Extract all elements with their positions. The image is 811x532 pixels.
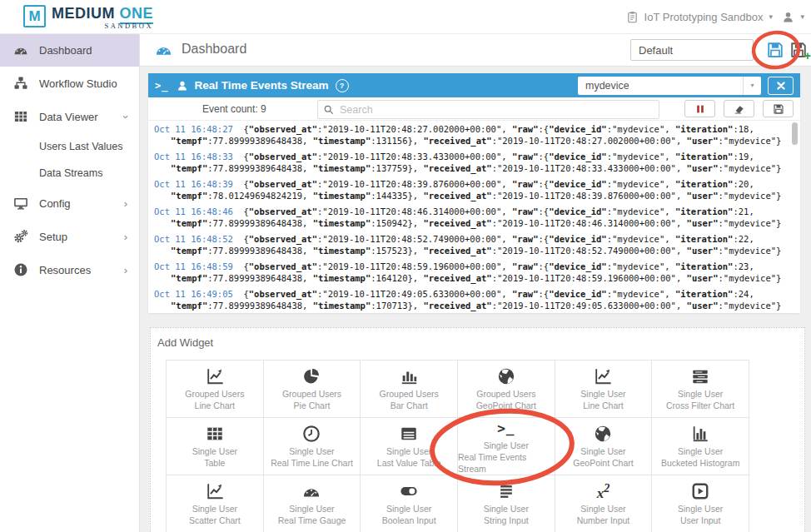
widget-label-line2: Cross Filter Chart	[666, 400, 734, 411]
device-select-value: mydevice	[578, 77, 743, 95]
chevron-down-icon: ▾	[743, 77, 761, 95]
widget-label-line1: Single User	[580, 445, 625, 457]
chevron-down-icon: ›	[120, 115, 131, 118]
widget-label-line2: String Input	[484, 515, 529, 526]
main-content: >_ Real Time Events Stream ? mydevice ▾ …	[140, 67, 811, 532]
search-box	[317, 100, 659, 119]
widget-grouped-users-geopoint-chart[interactable]: Grouped UsersGeoPoint Chart	[458, 360, 555, 418]
log-entry: Oct 11 16:48:27 {"observed_at":"2019-10-…	[154, 123, 787, 147]
user-menu[interactable]: ▾	[782, 0, 804, 33]
dashboard-name-input[interactable]	[630, 39, 754, 61]
widget-grid: Grouped UsersLine ChartGrouped UsersPie …	[166, 360, 749, 532]
sidebar-item-dashboard[interactable]: Dashboard	[0, 33, 139, 67]
device-select[interactable]: mydevice ▾	[578, 77, 761, 95]
help-icon[interactable]: ?	[336, 79, 349, 92]
log-entry: Oct 11 16:48:33 {"observed_at":"2019-10-…	[154, 151, 787, 174]
setup-icon	[13, 229, 28, 244]
eraser-icon	[734, 103, 745, 115]
terminal-icon: >_	[155, 80, 168, 92]
user-icon	[782, 11, 794, 23]
widget-single-user-table[interactable]: Single UserTable	[167, 418, 264, 475]
scrollbar-thumb[interactable]	[792, 122, 798, 145]
clipboard-icon	[626, 11, 639, 23]
widget-label-line1: Single User	[386, 503, 431, 515]
widget-single-user-number-input[interactable]: x2Single UserNumber Input	[555, 475, 653, 532]
chevron-down-icon: ▾	[800, 12, 804, 21]
logo-m-icon: M	[23, 5, 46, 27]
line-chart-icon	[594, 366, 612, 386]
widget-grouped-users-bar-chart[interactable]: Grouped UsersBar Chart	[361, 360, 458, 418]
widget-label-line1: Single User	[289, 445, 334, 457]
widget-single-user-last-value-table[interactable]: Single UserLast Value Table	[361, 418, 458, 475]
clear-button[interactable]	[724, 100, 754, 117]
widget-label-line1: Single User	[580, 388, 625, 400]
widget-single-user-line-chart[interactable]: Single UserLine Chart	[555, 360, 653, 418]
widget-single-user-string-input[interactable]: Single UserString Input	[458, 475, 555, 532]
widget-label-line2: Boolean Input	[382, 515, 436, 526]
close-widget-button[interactable]	[768, 77, 794, 95]
sidebar-item-workflow-studio[interactable]: Workflow Studio	[0, 67, 139, 100]
add-widget-title: Add Widget	[157, 336, 804, 349]
resources-icon	[13, 262, 28, 277]
dashboard-icon	[155, 41, 172, 58]
pie-chart-icon	[302, 366, 321, 386]
string-input-icon	[497, 481, 515, 501]
workspace-name: IoT Prototyping Sandbox	[644, 11, 764, 23]
sidebar-item-config[interactable]: Config›	[0, 186, 139, 220]
bar-chart-icon	[400, 366, 418, 386]
user-input-icon	[691, 481, 709, 501]
sidebar-item-resources[interactable]: Resources›	[0, 253, 139, 286]
workspace-selector[interactable]: IoT Prototyping Sandbox ▾	[626, 0, 773, 33]
widget-grouped-users-pie-chart[interactable]: Grouped UsersPie Chart	[264, 360, 361, 418]
widget-label-line1: Single User	[580, 503, 625, 515]
save-as-new-button[interactable]: +	[789, 41, 808, 59]
search-input[interactable]	[338, 103, 659, 117]
pause-button[interactable]	[684, 100, 715, 117]
widget-label-line1: Single User	[386, 445, 431, 457]
config-icon	[13, 196, 28, 211]
terminal-icon: >_	[497, 418, 515, 438]
widget-single-user-real-time-events-stream[interactable]: >_Single UserReal Time Events Stream	[458, 418, 555, 475]
widget-single-user-real-time-gauge[interactable]: Single UserReal Time Gauge	[264, 475, 361, 532]
sidebar-subitem-data-streams[interactable]: Data Streams	[0, 160, 139, 186]
widget-single-user-scatter-chart[interactable]: Single UserScatter Chart	[167, 475, 264, 532]
widget-single-user-user-input[interactable]: Single UserUser Input	[652, 475, 749, 532]
sidebar-item-label: Data Viewer	[39, 111, 124, 123]
close-icon	[777, 82, 785, 90]
widget-label-line2: Table	[204, 457, 225, 469]
chevron-right-icon: ›	[124, 231, 127, 242]
event-count-label: Event count:	[202, 103, 258, 115]
stream-panel-title: Real Time Events Stream	[194, 79, 328, 92]
export-button[interactable]	[763, 100, 794, 117]
brand-subtitle: SANDBOX	[104, 22, 153, 30]
widget-single-user-real-time-line-chart[interactable]: Single UserReal Time Line Chart	[264, 418, 361, 475]
widget-label-line2: Scatter Chart	[189, 515, 241, 526]
widget-grouped-users-line-chart[interactable]: Grouped UsersLine Chart	[167, 360, 264, 418]
plus-icon: +	[804, 49, 811, 62]
stream-toolbar: Event count: 9	[148, 97, 800, 121]
page-title: Dashboard	[182, 42, 246, 57]
clock-icon	[302, 424, 321, 444]
pause-icon	[694, 103, 706, 115]
widget-label-line2: Line Chart	[583, 400, 623, 411]
add-widget-panel: Add Widget Grouped UsersLine ChartGroupe…	[150, 327, 805, 532]
gauge-icon	[302, 481, 321, 501]
save-dashboard-button[interactable]	[766, 41, 784, 59]
sidebar-subitem-users-last-values[interactable]: Users Last Values	[0, 133, 139, 160]
medium-one-logo[interactable]: M MEDIUM ONE SANDBOX	[23, 5, 153, 32]
histogram-icon	[691, 424, 709, 444]
chevron-right-icon: ›	[124, 265, 127, 276]
widget-single-user-geopoint-chart[interactable]: Single UserGeoPoint Chart	[555, 418, 653, 475]
event-log[interactable]: Oct 11 16:48:27 {"observed_at":"2019-10-…	[148, 121, 800, 313]
log-entry: Oct 11 16:48:46 {"observed_at":"2019-10-…	[154, 206, 787, 229]
sidebar-item-data-viewer[interactable]: Data Viewer›	[0, 100, 139, 133]
last-value-table-icon	[400, 424, 418, 444]
widget-single-user-boolean-input[interactable]: Single UserBoolean Input	[361, 475, 458, 532]
sidebar-item-label: Dashboard	[39, 44, 127, 57]
widget-single-user-cross-filter-chart[interactable]: Single UserCross Filter Chart	[652, 360, 749, 418]
widget-label-line2: Real Time Line Chart	[271, 457, 353, 469]
widget-label-line1: Single User	[678, 503, 723, 515]
widget-label-line2: Bucketed Histogram	[661, 457, 740, 469]
widget-single-user-bucketed-histogram[interactable]: Single UserBucketed Histogram	[652, 418, 749, 475]
sidebar-item-setup[interactable]: Setup›	[0, 220, 139, 253]
